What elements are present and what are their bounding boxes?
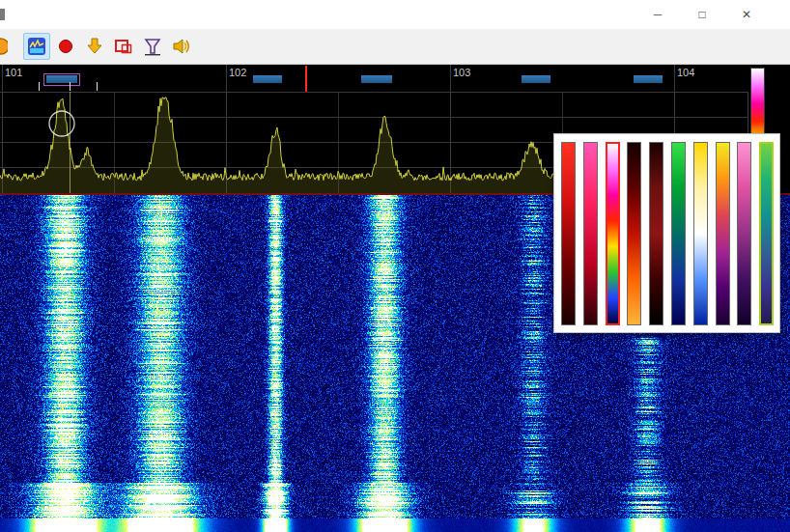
window-controls: ─ □ ✕ bbox=[635, 0, 769, 29]
app-window: ─ □ ✕ 101102103104 bbox=[0, 0, 790, 532]
palette-swatch-black-hot[interactable] bbox=[627, 142, 641, 325]
station-band-marker[interactable] bbox=[253, 75, 282, 83]
tuning-tick bbox=[97, 82, 98, 91]
station-band-marker[interactable] bbox=[361, 75, 392, 83]
palette-swatch-default-rainbow[interactable] bbox=[606, 142, 620, 325]
playhead-marker bbox=[305, 66, 307, 92]
display-gradient-button[interactable] bbox=[23, 33, 50, 60]
palette-swatch-magma[interactable] bbox=[737, 142, 751, 325]
tuning-tick bbox=[70, 82, 71, 91]
palette-swatch-viridis[interactable] bbox=[759, 142, 774, 325]
clipped-orange-icon bbox=[0, 37, 8, 56]
station-band-marker[interactable] bbox=[634, 75, 663, 83]
minimize-button[interactable]: ─ bbox=[635, 0, 680, 29]
frequency-major-tick bbox=[674, 65, 675, 92]
palette-swatch-sun-ice[interactable] bbox=[693, 142, 708, 325]
frequency-label: 103 bbox=[453, 67, 470, 78]
display-area: 101102103104 bbox=[0, 65, 790, 532]
save-download-button[interactable] bbox=[81, 33, 108, 60]
red-frames-icon bbox=[114, 37, 133, 56]
audio-volume-button[interactable] bbox=[168, 33, 195, 60]
record-dot-icon bbox=[56, 37, 75, 56]
frequency-label: 101 bbox=[5, 67, 22, 78]
tuning-tick bbox=[39, 82, 40, 91]
clipped-tool-button[interactable] bbox=[0, 33, 12, 60]
frequency-ruler[interactable]: 101102103104 bbox=[0, 65, 790, 92]
frequency-label: 102 bbox=[229, 67, 246, 78]
speaker-icon bbox=[172, 37, 191, 56]
app-icon bbox=[0, 9, 5, 20]
palette-swatch-red-fade[interactable] bbox=[561, 142, 576, 325]
spectrum-display-icon bbox=[27, 37, 46, 56]
palette-swatch-magenta-fire[interactable] bbox=[583, 142, 598, 325]
down-arrow-icon bbox=[85, 37, 104, 56]
toolbar bbox=[0, 29, 790, 65]
frequency-label: 104 bbox=[677, 67, 694, 78]
close-button[interactable]: ✕ bbox=[724, 0, 769, 29]
record-button[interactable] bbox=[52, 33, 79, 60]
palette-swatch-green-sea[interactable] bbox=[671, 142, 686, 325]
palette-picker-popup bbox=[553, 133, 780, 333]
band-selection-box bbox=[43, 73, 80, 86]
maximize-button[interactable]: □ bbox=[680, 0, 724, 29]
frequency-major-tick bbox=[226, 65, 227, 92]
palette-swatch-ember[interactable] bbox=[649, 142, 663, 325]
snapshot-selection-button[interactable] bbox=[110, 33, 137, 60]
filter-button[interactable] bbox=[139, 33, 166, 60]
frequency-major-tick bbox=[2, 65, 3, 92]
titlebar[interactable]: ─ □ ✕ bbox=[0, 0, 790, 29]
palette-swatch-plasma[interactable] bbox=[716, 142, 730, 325]
funnel-icon bbox=[143, 37, 162, 56]
station-band-marker[interactable] bbox=[522, 75, 550, 83]
frequency-major-tick bbox=[450, 65, 451, 92]
